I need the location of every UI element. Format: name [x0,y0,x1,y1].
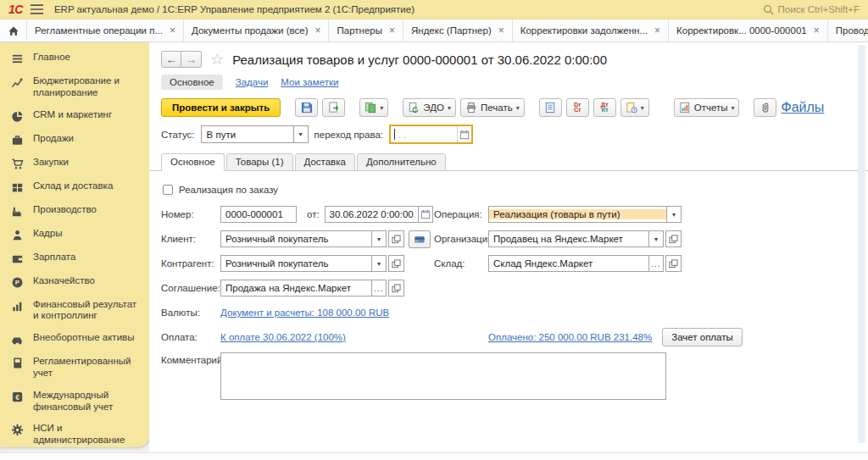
close-icon[interactable]: × [654,25,660,36]
tab-extra[interactable]: Дополнительно [357,153,446,171]
tab-debt-adjustments[interactable]: Корректировки задолженн... × [513,19,669,42]
open-client-button[interactable] [388,230,404,247]
nav-tasks[interactable]: Задачи [236,77,269,87]
sidebar-item-budgeting[interactable]: Бюджетирование и планирование [0,70,149,104]
global-search[interactable]: Поиск Ctrl+Shift+F [763,4,860,15]
status-select[interactable]: В пути ▾ [201,125,309,143]
tab-partners[interactable]: Партнеры × [329,19,403,42]
chevron-down-icon[interactable]: ▾ [648,231,663,247]
post-document-button[interactable] [322,98,345,117]
sidebar-item-payroll[interactable]: Зарплата [0,247,149,270]
open-agreement-button[interactable] [388,280,404,297]
forward-button[interactable]: → [181,51,202,68]
payment-terms-link[interactable]: К оплате 30.06.2022 (100%) [220,332,346,342]
files-link[interactable]: Файлы [781,100,824,115]
sidebar-item-crm[interactable]: CRM и маркетинг [0,104,149,128]
paid-amount-link[interactable]: Оплачено: 250 000.00 RUB 231.48% [488,332,652,342]
drcr-postings-button[interactable]: DrCr [566,98,589,117]
contractor-row: Контрагент: Розничный покупатель ▾ Склад… [161,254,856,273]
close-icon[interactable]: × [389,25,395,36]
home-tab[interactable] [0,19,27,42]
number-input[interactable]: 0000-000001 [220,206,297,223]
document-structure-button[interactable] [539,98,562,117]
grid-icon [11,181,24,194]
print-button[interactable]: Печать ▾ [460,98,525,117]
transfer-date-input[interactable]: . . [389,125,473,144]
warehouse-label: Склад: [434,258,488,269]
nav-notes[interactable]: Мои заметки [281,77,338,87]
org-input[interactable]: Продавец на Яндекс.Маркет ▾ [488,230,664,247]
open-warehouse-button[interactable] [665,255,682,272]
dtkt-postings-button[interactable]: ДтКт [593,98,616,117]
tab-main[interactable]: Основное [161,153,225,171]
sections-sidebar: Главное Бюджетирование и планирование CR… [0,42,149,447]
sidebar-item-hr[interactable]: Кадры [0,223,149,247]
comment-textarea[interactable] [220,352,666,400]
tab-delivery[interactable]: Доставка [295,153,355,171]
payment-offset-button[interactable]: Зачет оплаты [662,328,743,346]
payment-card-button[interactable] [409,230,431,248]
operation-select[interactable]: Реализация (товары в пути) ▾ [488,206,682,223]
close-icon[interactable]: × [498,25,504,36]
pie-chart-icon [11,110,24,123]
back-button[interactable]: ← [161,51,181,68]
post-and-close-button[interactable]: Провести и закрыть [161,98,281,117]
sidebar-item-treasury[interactable]: P Казначейство [0,270,149,294]
order-checkbox[interactable] [163,185,173,195]
open-icon [669,235,678,244]
form-tabs: Основное Товары (1) Доставка Дополнитель… [149,152,868,171]
tab-goods[interactable]: Товары (1) [226,153,293,171]
tab-yandex-partner[interactable]: Яндекс (Партнер) × [403,19,513,42]
edo-button[interactable]: ЭДО ▾ [403,98,456,117]
chevron-down-icon[interactable]: ▾ [371,231,386,247]
sidebar-item-production[interactable]: Производство [0,199,149,223]
post-doc-icon [328,102,340,114]
close-icon[interactable]: × [170,25,175,36]
ellipsis-picker-icon[interactable]: ... [648,256,663,271]
tab-reglament-operations[interactable]: Регламентные операции п... × [27,19,184,42]
sidebar-item-ifrs[interactable]: € Международный финансовый учет [0,385,149,418]
attachments-button[interactable] [754,98,776,117]
currency-settings-link[interactable]: Документ и расчеты: 108 000.00 RUB [220,308,389,318]
calendar-icon[interactable] [418,207,432,222]
client-row: Клиент: Розничный покупатель ▾ Организац… [161,230,856,248]
contractor-input[interactable]: Розничный покупатель ▾ [220,255,387,272]
create-based-on-button[interactable]: ▾ [359,98,388,117]
sidebar-item-fin-result[interactable]: Финансовый результат и контроллинг [0,294,149,328]
euro-icon: € [11,391,24,403]
warehouse-input[interactable]: Склад Яндекс.Маркет ... [488,255,664,272]
chevron-down-icon[interactable]: ▾ [666,207,681,222]
save-button[interactable] [295,98,318,117]
sidebar-item-regulated-accounting[interactable]: Регламентированный учет [0,351,149,385]
ellipsis-picker-icon[interactable]: ... [371,280,386,296]
reports-button[interactable]: Отчеты ▾ [674,98,740,117]
copy-docs-icon [364,102,376,114]
open-org-button[interactable] [665,230,682,247]
briefcase-icon [11,134,24,147]
favorite-star-icon[interactable]: ☆ [210,50,224,69]
open-contractor-button[interactable] [388,255,404,272]
tab-reglament-postings[interactable]: Проводки регламентиров... × [828,19,868,42]
sidebar-item-fixed-assets[interactable]: Внеоборотные активы [0,327,149,351]
calendar-icon[interactable] [457,126,471,142]
document-history-button[interactable]: ▾ [620,98,649,117]
nav-main[interactable]: Основное [161,75,223,90]
sidebar-item-sales[interactable]: Продажи [0,128,149,152]
person-icon [11,229,24,241]
vertical-scrollbar[interactable] [858,45,865,443]
date-input[interactable]: 30.06.2022 0:00:00 [325,206,433,223]
planning-chart-icon [11,76,24,89]
main-menu-icon[interactable] [31,4,43,14]
chevron-down-icon[interactable]: ▾ [371,256,386,271]
client-input[interactable]: Розничный покупатель ▾ [220,230,387,247]
chevron-down-icon[interactable]: ▾ [293,126,308,142]
close-icon[interactable]: × [814,25,820,36]
sidebar-item-warehouse[interactable]: Склад и доставка [0,175,149,199]
agreement-input[interactable]: Продажа на Яндекс.Маркет ... [220,280,387,297]
tab-adjustment-document[interactable]: Корректировк... 0000-000001 × [669,19,828,42]
tab-sales-documents[interactable]: Документы продажи (все) × [184,19,329,42]
close-icon[interactable]: × [314,25,320,36]
sidebar-item-main[interactable]: Главное [0,47,149,70]
sidebar-item-purchases[interactable]: Закупки [0,152,149,175]
sidebar-item-admin[interactable]: НСИ и администрирование [0,418,149,452]
